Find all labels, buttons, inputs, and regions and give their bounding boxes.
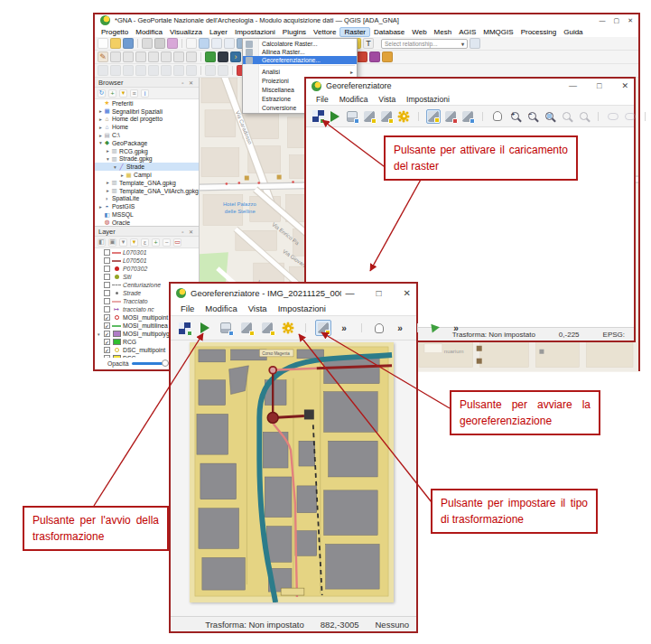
browser-item-segnalibri-spaziali[interactable]: ▸▦Segnalibri Spaziali <box>95 107 199 116</box>
current-edits-icon[interactable] <box>98 65 108 76</box>
paste-features-icon[interactable] <box>186 51 197 62</box>
open-raster-icon[interactable] <box>311 109 325 124</box>
layer-checkbox[interactable] <box>104 266 110 272</box>
add-point-icon[interactable] <box>426 109 441 124</box>
browser-item-mssql[interactable]: ◧MSSQL <box>95 210 199 219</box>
tree-arrow-icon[interactable]: ▾ <box>98 140 104 145</box>
georeferencer-image-canvas[interactable]: Corso Magenta <box>171 341 416 616</box>
load-gcp-points-icon[interactable] <box>238 320 255 336</box>
browser-item-oracle[interactable]: ◍Oracle <box>95 219 199 226</box>
browser-item-spatialite[interactable]: ◗SpatiaLite <box>95 195 199 203</box>
link-qgis-to-georeferencer-icon[interactable] <box>623 109 637 124</box>
panel-dock-icons[interactable]: ▫ ✕ <box>181 79 195 86</box>
red-plugin-icon[interactable] <box>357 51 367 62</box>
browser-item-postgis[interactable]: ▸◓PostGIS <box>95 202 199 210</box>
browser-item-strade[interactable]: ▾╱Strade <box>95 163 199 171</box>
menu-agis[interactable]: AGIS <box>455 28 479 36</box>
opacity-slider-thumb[interactable] <box>162 359 169 367</box>
copy-features-icon[interactable] <box>173 51 184 62</box>
menu-plugins[interactable]: Plugins <box>279 28 310 36</box>
menu-mesh[interactable]: Mesh <box>431 28 456 36</box>
close-button[interactable]: ✕ <box>628 17 633 24</box>
menu-modifica[interactable]: Modifica <box>200 303 242 314</box>
menu-web[interactable]: Web <box>408 28 430 36</box>
delete-point-icon[interactable] <box>443 109 458 124</box>
move-point-icon[interactable] <box>460 109 475 124</box>
violet-plugin-icon[interactable] <box>369 51 380 62</box>
layout-manager-icon[interactable] <box>154 38 165 49</box>
menu-modifica[interactable]: Modifica <box>334 94 374 105</box>
raster-menu-item-analisi[interactable]: Analisi▸ <box>243 67 357 76</box>
menu-impostazioni[interactable]: Impostazioni <box>231 28 279 36</box>
layer-checkbox[interactable]: ✓ <box>104 347 110 353</box>
save-gcp-points-icon[interactable] <box>259 320 275 336</box>
zoom-in-icon[interactable]: + <box>507 109 522 124</box>
raster-image[interactable]: Corso Magenta <box>190 342 394 602</box>
layer-expander-icon[interactable]: ▾ <box>98 331 102 337</box>
refresh-browser-icon[interactable]: ↻ <box>98 89 106 98</box>
generate-gdal-script-icon[interactable] <box>218 320 234 336</box>
add-group-icon[interactable]: ▣ <box>108 238 116 247</box>
browser-item-campi[interactable]: ▸▦Campi <box>95 171 199 179</box>
tree-arrow-icon[interactable]: ▸ <box>98 133 104 138</box>
transformation-settings-icon[interactable] <box>280 320 296 336</box>
cut-features-icon[interactable] <box>161 51 172 62</box>
menu-layer[interactable]: Layer <box>206 28 231 36</box>
style-manager-icon[interactable] <box>167 38 178 49</box>
identify-icon[interactable] <box>470 38 480 49</box>
expand-all-icon[interactable]: + <box>152 238 160 247</box>
add-connection-icon[interactable]: + <box>108 89 116 98</box>
overflow-chevron-icon[interactable]: » <box>448 320 464 336</box>
layer-row-siti[interactable]: Siti <box>95 273 199 281</box>
browser-item-template-gna-gpkg[interactable]: ▸▥Template_GNA.gpkg <box>95 179 199 187</box>
layer-checkbox[interactable]: ✓ <box>104 314 110 321</box>
link-georeferencer-to-qgis-icon[interactable] <box>606 109 620 124</box>
layer-checkbox[interactable] <box>104 290 110 296</box>
zoom-last-icon[interactable] <box>559 109 573 124</box>
menu-impostazioni[interactable]: Impostazioni <box>273 303 331 314</box>
browser-item-home-del-progetto[interactable]: ▸⌂Home del progetto <box>95 116 199 124</box>
menu-mmqgis[interactable]: MMQGIS <box>479 28 516 36</box>
layer-checkbox[interactable] <box>104 298 110 304</box>
raster-menu-item-calcolatore-raster-[interactable]: Calcolatore Raster... <box>243 40 357 48</box>
manage-themes-icon[interactable]: ▾ <box>119 238 127 247</box>
menu-processing[interactable]: Processing <box>517 28 561 36</box>
menu-vista[interactable]: Vista <box>373 94 401 105</box>
layer-checkbox[interactable] <box>104 282 110 288</box>
osm-tools-icon[interactable] <box>218 51 228 62</box>
menu-modifica[interactable]: Modifica <box>132 28 166 36</box>
tree-arrow-icon[interactable]: ▸ <box>105 148 111 154</box>
layer-row-p070302[interactable]: P070302 <box>95 265 199 273</box>
menu-raster[interactable]: Raster <box>339 27 370 37</box>
tree-arrow-icon[interactable]: ▸ <box>105 188 111 193</box>
grass-tools-icon[interactable] <box>205 51 216 62</box>
raster-menu-item-allinea-raster-[interactable]: Allinea Raster... <box>243 48 357 56</box>
layer-checkbox[interactable]: ✓ <box>104 339 110 345</box>
menu-vista[interactable]: Vista <box>243 303 273 314</box>
browser-item-strade-gpkg[interactable]: ▾▥Strade.gpkg <box>95 155 199 163</box>
new-project-icon[interactable] <box>98 38 108 49</box>
minimize-button[interactable]: — <box>600 17 606 23</box>
generate-gdal-script-icon[interactable] <box>345 109 359 124</box>
rollback-edits-icon[interactable] <box>110 65 121 76</box>
filter-legend-icon[interactable]: ▾ <box>130 238 138 247</box>
minimize-button[interactable]: — <box>346 288 355 298</box>
browser-item-geopackage[interactable]: ▾◆GeoPackage <box>95 139 199 147</box>
start-georeferencing-icon[interactable] <box>328 109 342 124</box>
zoom-to-layer-icon[interactable] <box>542 109 556 124</box>
tree-arrow-icon[interactable]: ▸ <box>98 204 104 210</box>
open-project-icon[interactable] <box>110 38 121 49</box>
tree-arrow-icon[interactable]: ▸ <box>98 117 104 122</box>
load-gcp-points-icon[interactable] <box>362 109 377 124</box>
save-layer-edits-icon[interactable] <box>110 51 121 62</box>
vertex-tool-icon[interactable] <box>123 51 134 62</box>
raster-menu-item-georeferenziazione-[interactable]: Georeferenziazione... <box>243 56 357 64</box>
relationship-combobox[interactable]: Select relationship...▾ <box>381 39 468 49</box>
digitize-pencil-icon[interactable]: ✎ <box>98 51 108 62</box>
browser-item-rcg-gpkg[interactable]: ▸▥RCG.gpkg <box>95 147 199 155</box>
save-project-icon[interactable] <box>123 38 134 49</box>
browser-item-template-gna-vilarch-gpkg[interactable]: ▸▥Template_GNA_VilArch.gpkg <box>95 187 199 195</box>
pan-icon[interactable] <box>371 320 387 336</box>
overflow-chevron-icon[interactable]: » <box>336 320 352 336</box>
rotate-feature-icon[interactable] <box>135 65 146 76</box>
